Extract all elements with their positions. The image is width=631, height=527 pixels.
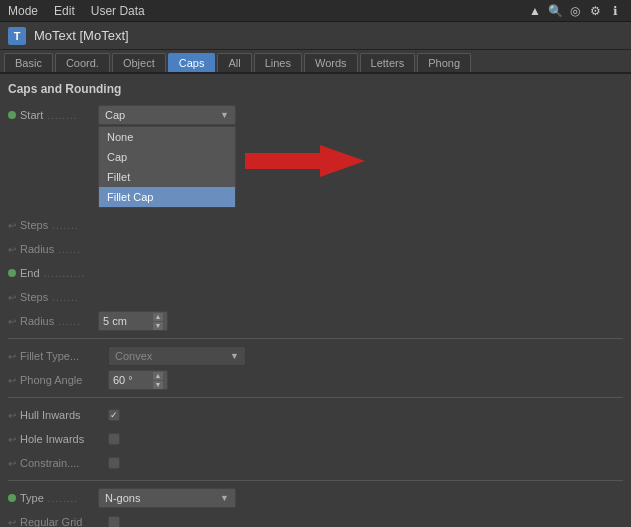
tab-letters[interactable]: Letters [360,53,416,72]
separator-1 [8,338,623,339]
arrow-icon [245,145,365,177]
tab-caps[interactable]: Caps [168,53,216,72]
type-dropdown[interactable]: N-gons ▼ [98,488,236,508]
type-dot [8,494,16,502]
tab-words[interactable]: Words [304,53,358,72]
phong-angle-row: ↩ Phong Angle 60 ° ▲ ▼ [8,369,623,391]
fillet-type-value: Convex [115,350,152,362]
hull-inwards-checkbox[interactable] [108,409,120,421]
type-chevron: ▼ [220,493,229,503]
title-text: MoText [MoText] [34,28,129,43]
start-dropdown-menu: None Cap Fillet Fillet Cap [98,126,236,208]
radius-input[interactable]: 5 cm ▲ ▼ [98,311,168,331]
menu-icons: ▲ 🔍 ◎ ⚙ ℹ [527,3,623,19]
hole-inwards-checkbox[interactable] [108,433,120,445]
main-panel: Caps and Rounding Start ........ Cap ▼ N… [0,74,631,527]
end-radius-row: ↩ Radius ...... 5 cm ▲ ▼ [8,310,623,332]
cursor-icon: ▲ [527,3,543,19]
tab-object[interactable]: Object [112,53,166,72]
menu-bar: Mode Edit User Data ▲ 🔍 ◎ ⚙ ℹ [0,0,631,22]
fillet-type-chevron: ▼ [230,351,239,361]
dropdown-fillet-cap[interactable]: Fillet Cap [99,187,235,207]
phong-down[interactable]: ▼ [153,381,163,389]
constrain-row: ↩ Constrain.... [8,452,623,474]
start-label: Start ........ [8,109,98,121]
svg-marker-0 [245,145,365,177]
phong-angle-input[interactable]: 60 ° ▲ ▼ [108,370,168,390]
end-label: End ........... [8,267,98,279]
radius-up[interactable]: ▲ [153,313,163,321]
dropdown-cap[interactable]: Cap [99,147,235,167]
radius-row: ↩ Radius ...... [8,238,623,260]
radius-down[interactable]: ▼ [153,322,163,330]
target-icon: ◎ [567,3,583,19]
end-steps-row: ↩ Steps ....... [8,286,623,308]
radius-label: ↩ Radius ...... [8,243,98,255]
start-row: Start ........ Cap ▼ None Cap Fillet Fil… [8,104,623,126]
search-icon: 🔍 [547,3,563,19]
phong-arrows: ▲ ▼ [153,372,163,389]
phong-up[interactable]: ▲ [153,372,163,380]
type-value: N-gons [105,492,140,504]
fillet-type-label: ↩ Fillet Type... [8,350,108,362]
hull-inwards-row: ↩ Hull Inwards [8,404,623,426]
regular-grid-label: ↩ Regular Grid [8,516,108,527]
end-radius-label: ↩ Radius ...... [8,315,98,327]
start-dot [8,111,16,119]
constrain-label: ↩ Constrain.... [8,457,108,469]
tabs-bar: Basic Coord. Object Caps All Lines Words… [0,50,631,74]
tab-coord[interactable]: Coord. [55,53,110,72]
constrain-checkbox[interactable] [108,457,120,469]
steps-row: ↩ Steps ....... [8,214,623,236]
type-label: Type ........ [8,492,98,504]
tab-phong[interactable]: Phong [417,53,471,72]
start-dropdown[interactable]: Cap ▼ [98,105,236,125]
chevron-down-icon: ▼ [220,110,229,120]
regular-grid-checkbox[interactable] [108,516,120,527]
arrow-annotation [245,145,365,177]
regular-grid-row: ↩ Regular Grid [8,511,623,527]
hole-inwards-label: ↩ Hole Inwards [8,433,108,445]
phong-angle-label: ↩ Phong Angle [8,374,108,386]
radius-arrows: ▲ ▼ [153,313,163,330]
radius-value: 5 cm [103,315,127,327]
end-row: End ........... [8,262,623,284]
start-dropdown-value: Cap [105,109,125,121]
section-title: Caps and Rounding [8,82,623,96]
title-bar: T MoText [MoText] [0,22,631,50]
separator-2 [8,397,623,398]
menu-edit[interactable]: Edit [54,4,75,18]
end-steps-label: ↩ Steps ....... [8,291,98,303]
hull-inwards-label: ↩ Hull Inwards [8,409,108,421]
separator-3 [8,480,623,481]
phong-angle-value: 60 ° [113,374,133,386]
fillet-type-dropdown[interactable]: Convex ▼ [108,346,246,366]
tab-basic[interactable]: Basic [4,53,53,72]
motext-icon: T [8,27,26,45]
fillet-type-row: ↩ Fillet Type... Convex ▼ [8,345,623,367]
hole-inwards-row: ↩ Hole Inwards [8,428,623,450]
steps-label: ↩ Steps ....... [8,219,98,231]
dropdown-fillet[interactable]: Fillet [99,167,235,187]
end-dot [8,269,16,277]
menu-user-data[interactable]: User Data [91,4,145,18]
dropdown-none[interactable]: None [99,127,235,147]
tab-all[interactable]: All [217,53,251,72]
info-icon: ℹ [607,3,623,19]
tab-lines[interactable]: Lines [254,53,302,72]
type-row: Type ........ N-gons ▼ [8,487,623,509]
gear-icon: ⚙ [587,3,603,19]
menu-mode[interactable]: Mode [8,4,38,18]
